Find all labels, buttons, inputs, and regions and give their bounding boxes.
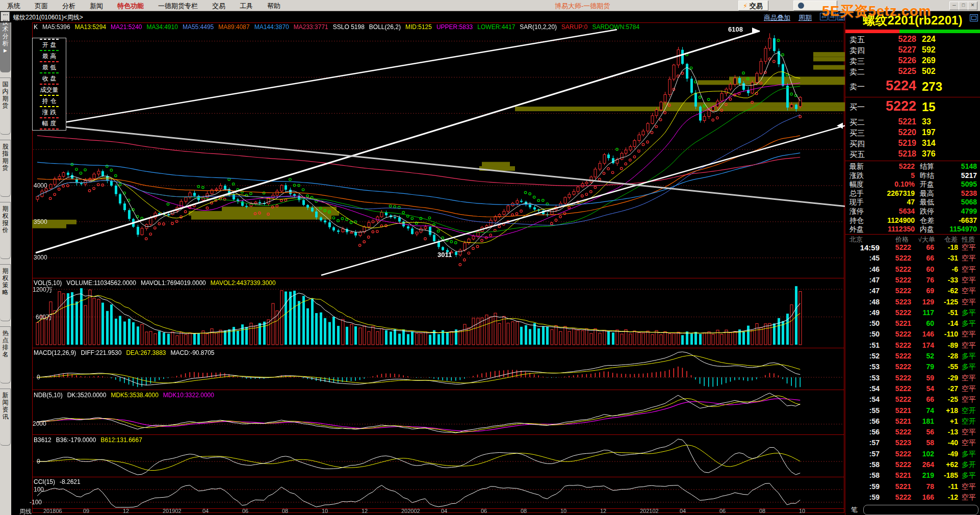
info-value-1: 5: [911, 171, 915, 179]
indicator-value: MA34:4910: [147, 23, 178, 31]
tick-price: 5221: [895, 471, 911, 479]
bid-row-1-label: 买一: [849, 102, 865, 112]
legend-line-sample: [40, 50, 59, 51]
tick-time: :54: [869, 384, 880, 393]
tick-nature: 空平: [962, 276, 976, 285]
info-row-4: 现手47最低5068: [845, 198, 980, 207]
sidebar-tab-3[interactable]: 期权报价: [0, 202, 11, 259]
ask-row-1[interactable]: 卖一5224273: [845, 78, 980, 96]
minimize-button[interactable]: ─: [949, 2, 959, 10]
menu-item-7[interactable]: 工具: [233, 0, 260, 11]
indicator-value: SSLO 5198: [333, 23, 365, 31]
indicator-value: B612:131.6667: [100, 436, 142, 444]
tick-row-19: :575222102-49多平: [845, 450, 980, 460]
axis-label-ndb-0: 2000: [33, 420, 46, 427]
period-label: 周线: [19, 507, 32, 515]
bid-row-3[interactable]: 买三5220197: [845, 128, 980, 139]
tick-nature: 空开: [962, 406, 976, 416]
menu-item-1[interactable]: 页面: [28, 0, 55, 11]
annotation-peak: 6108: [728, 25, 743, 33]
tick-oi-change: -6: [952, 265, 958, 273]
menu-item-5[interactable]: 一德期货专栏: [151, 0, 205, 11]
sidebar-tab-0[interactable]: 技术分析▶: [0, 15, 11, 72]
menu-item-3[interactable]: 新闻: [83, 0, 110, 11]
sidebar-tab-5[interactable]: 热点排名: [0, 326, 11, 383]
close-button[interactable]: ✕: [968, 2, 977, 10]
timeline-label-2: 12: [123, 508, 129, 514]
info-label-2: 跌停: [920, 207, 934, 216]
tick-volume: 58: [926, 439, 934, 447]
timeline-label-19: 10: [799, 508, 805, 514]
sidebar-tab-4[interactable]: 期权策略: [0, 264, 11, 321]
grip-icon[interactable]: [1, 12, 10, 21]
tick-oi-change: -13: [948, 428, 958, 436]
period-link[interactable]: 周期: [798, 13, 812, 22]
timeline-label-14: 12: [600, 508, 606, 514]
sidebar-tab-1[interactable]: 国内期货: [0, 78, 11, 135]
info-label-1: 外盘: [849, 225, 864, 234]
data-legend-box[interactable]: 开 盘最 高最 低收 盘成交量持 仓涨 跌幅 度: [32, 38, 66, 131]
ask-row-3[interactable]: 卖三5226269: [845, 56, 980, 67]
ask-row-2-qty: 502: [922, 67, 936, 76]
bid-row-5[interactable]: 买五5218376: [845, 149, 980, 160]
indicator-value: DEA:267.3883: [126, 349, 166, 356]
menu-item-6[interactable]: 交易: [205, 0, 233, 11]
sidebar-tab-2[interactable]: 股指期货: [0, 140, 11, 197]
tick-filter-box[interactable]: [863, 505, 978, 515]
legend-row-5: 持 仓: [33, 96, 66, 106]
info-row-2: 幅度0.10%开盘5095: [845, 180, 980, 189]
tick-nature: 空平: [962, 298, 976, 307]
tick-price: 5223: [895, 298, 911, 306]
maximize-button[interactable]: □: [959, 2, 968, 10]
ask-row-5[interactable]: 卖五5228224: [845, 35, 980, 45]
tick-time: 14:59: [860, 243, 880, 252]
timeline-label-10: 04: [441, 508, 447, 514]
sidebar-tab-6[interactable]: 新闻资讯: [0, 389, 11, 446]
timeline-label-13: 10: [560, 508, 566, 514]
tick-volume: 129: [922, 298, 934, 306]
chart-canvas[interactable]: [32, 22, 845, 513]
menu-item-8[interactable]: 帮助: [260, 0, 288, 11]
trade-button[interactable]: ⚡ 交易: [738, 1, 768, 11]
menu-item-4[interactable]: 特色功能: [110, 0, 151, 11]
indicator-header-vol: VOL(5,10)VOLUME:11034562.0000MAVOL1:7694…: [34, 279, 280, 287]
tick-price: 5222: [895, 265, 911, 273]
menu-item-2[interactable]: 分析: [55, 0, 83, 11]
tick-row-18: :57522358-40空平: [845, 439, 980, 449]
tick-nature: 空开: [962, 417, 976, 426]
ask-row-3-label: 卖三: [849, 57, 865, 66]
window-title: 博易大师-一德期货: [555, 2, 610, 11]
bid-row-4[interactable]: 买四5219314: [845, 139, 980, 149]
tick-volume: 54: [926, 384, 934, 393]
restore-window-icon[interactable]: [970, 14, 978, 21]
ask-row-2[interactable]: 卖二5225502: [845, 67, 980, 78]
tick-oi-change: -12: [948, 493, 958, 501]
tick-volume: 66: [926, 243, 934, 251]
axis-label-macd-0: 0: [37, 374, 40, 381]
bid-row-1[interactable]: 买一522215: [845, 98, 980, 117]
legend-row-3: 收 盘: [33, 74, 66, 83]
timeline-label-6: 08: [282, 508, 288, 514]
divider-ask-bid: [845, 97, 980, 97]
tick-volume: 219: [922, 471, 934, 479]
legend-line-sample: [40, 61, 59, 62]
ask-row-4[interactable]: 卖四5227592: [845, 45, 980, 56]
timeline-label-0: 201806: [43, 508, 62, 514]
bid-row-2[interactable]: 买二522133: [845, 117, 980, 128]
tick-oi-change: +1: [950, 417, 958, 425]
tick-volume: 60: [926, 265, 934, 273]
indicator-header-ndb: NDB(5,10)DK:3520.0000MDK5:3538.4000MDK10…: [34, 392, 219, 399]
overlay-commodity-link[interactable]: 商品叠加: [764, 13, 790, 22]
ask-row-1-qty: 273: [922, 80, 942, 94]
tick-oi-change: -62: [948, 287, 958, 295]
tick-volume: 56: [926, 428, 934, 436]
tick-volume: 181: [922, 417, 934, 425]
tick-row-14: :54522266-25空平: [845, 395, 980, 405]
tick-oi-change: -31: [948, 254, 958, 262]
chart-tab-label[interactable]: 螺纹2201(010601)<周线>: [13, 13, 83, 22]
tick-nature: 多平: [962, 471, 976, 480]
menu-item-0[interactable]: 系统: [0, 0, 28, 11]
indicator-value: K: [34, 23, 38, 31]
info-value-2: 4799: [961, 207, 977, 215]
info-value-2: 5238: [961, 189, 977, 197]
